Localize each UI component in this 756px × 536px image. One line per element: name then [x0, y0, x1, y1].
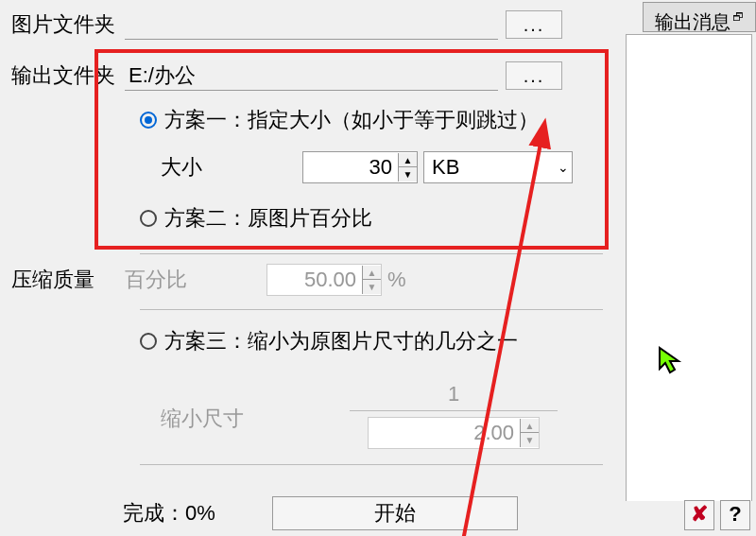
option-2-row[interactable]: 方案二：原图片百分比: [0, 189, 624, 244]
output-messages-button[interactable]: 输出消息🗗: [643, 2, 756, 32]
start-button[interactable]: 开始: [272, 496, 518, 530]
divider-1: [140, 253, 603, 254]
option-1-row[interactable]: 方案一：指定大小（如小于等于则跳过）: [0, 95, 624, 146]
size-spinner[interactable]: ▲ ▼: [302, 151, 418, 183]
help-button[interactable]: ?: [720, 500, 750, 530]
output-folder-label: 输出文件夹: [11, 61, 125, 90]
option-3-label: 方案三：缩小为原图片尺寸的几分之一: [164, 327, 518, 355]
divider-3: [140, 464, 603, 465]
progress-label: 完成：: [123, 499, 185, 527]
close-button[interactable]: ✘: [684, 500, 714, 530]
size-unit-combo[interactable]: KB ⌄: [423, 151, 573, 183]
percent-spin-up: ▲: [363, 266, 381, 280]
image-folder-input[interactable]: [125, 9, 498, 40]
fraction-spinner: ▲ ▼: [368, 417, 540, 449]
size-spin-up[interactable]: ▲: [399, 153, 417, 167]
option-3-radio[interactable]: [140, 333, 157, 350]
option-2-radio[interactable]: [140, 210, 157, 227]
size-input[interactable]: [303, 153, 398, 182]
output-messages-label: 输出消息: [655, 11, 730, 32]
output-messages-panel: [626, 34, 752, 501]
footer-row: 完成： 0% 开始: [0, 496, 624, 530]
size-spin-down[interactable]: ▼: [399, 167, 417, 182]
percent-spin-down: ▼: [363, 280, 381, 294]
fraction-input: [369, 419, 520, 447]
fraction-spin-down: ▼: [521, 433, 539, 447]
undock-icon: 🗗: [732, 10, 744, 24]
divider-2: [140, 309, 603, 310]
chevron-down-icon[interactable]: ⌄: [547, 160, 572, 175]
option-1-radio[interactable]: [140, 112, 157, 129]
option-1-label: 方案一：指定大小（如小于等于则跳过）: [164, 106, 539, 134]
corner-buttons: ✘ ?: [684, 500, 750, 530]
fraction-spin-up: ▲: [521, 419, 539, 433]
main-panel: 图片文件夹 ... 输出文件夹 ... 方案一：指定大小（如小于等于则跳过） 大…: [0, 0, 624, 536]
progress-value: 0%: [185, 501, 215, 526]
quality-label: 压缩质量: [11, 266, 125, 294]
percent-label: 百分比: [125, 266, 266, 294]
image-folder-label: 图片文件夹: [11, 10, 125, 39]
image-folder-browse-button[interactable]: ...: [506, 10, 562, 39]
option-2-label: 方案二：原图片百分比: [164, 204, 372, 233]
percent-spinner: ▲ ▼: [266, 264, 382, 296]
percent-unit: %: [387, 268, 406, 292]
size-unit-value: KB: [424, 155, 547, 180]
size-label: 大小: [161, 153, 302, 182]
percent-input: [267, 266, 362, 294]
output-folder-input[interactable]: [125, 61, 498, 91]
option-3-row[interactable]: 方案三：缩小为原图片尺寸的几分之一: [0, 316, 624, 367]
shrink-label: 缩小尺寸: [161, 382, 350, 433]
output-folder-browse-button[interactable]: ...: [506, 61, 562, 90]
fraction-numerator: 1: [448, 382, 459, 406]
